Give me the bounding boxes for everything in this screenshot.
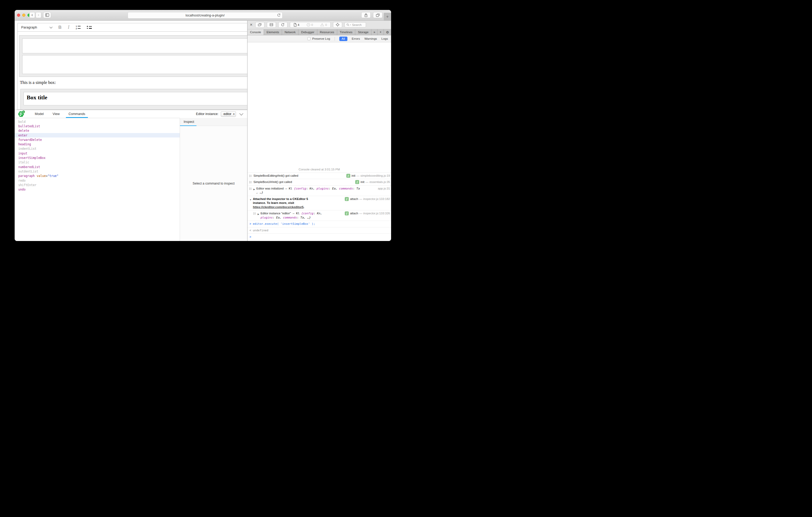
tab-inspect[interactable]: Inspect	[180, 120, 194, 124]
resource-status-group[interactable]: 4 0 0	[290, 22, 331, 28]
tab-console[interactable]: Console	[248, 29, 264, 35]
command-item-redo[interactable]: redo	[14, 178, 180, 183]
bulleted-list-button[interactable]	[87, 26, 92, 29]
tab-timelines[interactable]: Timelines	[337, 29, 355, 35]
editor-content[interactable]: This is a simple box: Box title	[17, 32, 256, 110]
command-item-insertsimplebox[interactable]: insertSimpleBox	[14, 155, 180, 160]
back-icon: ‹	[31, 13, 33, 17]
simple-box-widget[interactable]	[19, 35, 255, 77]
italic-button[interactable]: I	[68, 25, 69, 30]
tab-commands[interactable]: Commands	[64, 110, 90, 118]
address-bar[interactable]: localhost/creating-a-plugin/	[128, 12, 283, 19]
command-item-indentlist[interactable]: indentList	[14, 147, 180, 151]
minimize-window-button[interactable]	[22, 13, 25, 17]
disclosure-closed-icon[interactable]: ▶	[258, 212, 259, 216]
collapse-inspector-icon[interactable]	[239, 112, 243, 116]
resource-count[interactable]: 4	[293, 23, 299, 27]
command-item-heading[interactable]: heading	[14, 142, 180, 146]
tab-storage[interactable]: Storage	[355, 29, 371, 35]
element-picker-button[interactable]	[333, 22, 342, 28]
function-badge: f	[355, 180, 359, 184]
tabs-icon	[376, 13, 380, 17]
command-item-paragraph[interactable]: paragraph value = "true"	[14, 174, 180, 178]
share-button[interactable]	[361, 12, 371, 18]
command-item-shiftenter[interactable]: shiftEnter	[14, 183, 180, 187]
command-item-enter[interactable]: enter	[14, 133, 180, 138]
paragraph-dropdown[interactable]: Paragraph	[21, 25, 52, 29]
forward-icon: ›	[38, 13, 39, 17]
new-tab-button[interactable]: +	[384, 13, 391, 20]
bulleted-list-icon	[87, 26, 92, 29]
command-item-bold[interactable]: bold	[14, 119, 180, 124]
command-item-forwarddelete[interactable]: forwardDelete	[14, 138, 180, 142]
window-controls	[17, 13, 31, 17]
tab-view[interactable]: View	[48, 110, 64, 118]
tab-resources[interactable]: Resources	[317, 29, 337, 35]
function-badge: f	[346, 174, 350, 178]
devtools-search-field[interactable]: ▾ Search	[345, 22, 366, 27]
web-page: Paragraph B I 1 2	[14, 20, 247, 241]
simple-box-description-field[interactable]	[22, 55, 252, 74]
tab-overview-button[interactable]	[373, 12, 382, 18]
commands-list: bold bulletedList delete enter forwardDe…	[14, 118, 180, 241]
console-prompt[interactable]: >	[248, 234, 391, 241]
source-location-link[interactable]: essentials.js:35	[369, 180, 390, 184]
reload-button[interactable]	[277, 13, 281, 17]
command-item-numberedlist[interactable]: numberedList	[14, 165, 180, 169]
sidebar-icon	[45, 13, 49, 17]
tab-elements[interactable]: Elements	[264, 29, 282, 35]
filter-errors-button[interactable]: Errors	[352, 37, 360, 40]
bold-button[interactable]: B	[58, 25, 61, 30]
chevron-down-icon	[50, 25, 52, 28]
error-count[interactable]: 0	[307, 23, 313, 27]
tab-model[interactable]: Model	[30, 110, 48, 118]
filter-all-button[interactable]: All	[339, 37, 347, 41]
close-inspector-button[interactable]: ✕	[250, 23, 253, 27]
source-location-link[interactable]: inspector.js:133:182	[364, 197, 390, 201]
command-item-input[interactable]: input	[14, 151, 180, 155]
filter-warnings-button[interactable]: Warnings	[365, 37, 377, 40]
command-item-delete[interactable]: delete	[14, 129, 180, 133]
disclosure-closed-icon[interactable]: ▶	[254, 187, 255, 191]
command-item-outdentlist[interactable]: outdentList	[14, 169, 180, 174]
editor-paragraph[interactable]: This is a simple box:	[20, 80, 256, 85]
numbered-list-icon: 1 2	[76, 26, 81, 29]
warning-count[interactable]: 0	[320, 23, 327, 26]
ckeditor-docs-link[interactable]: https://ckeditor.com/docs/ckeditor5	[253, 206, 304, 209]
preserve-log-checkbox[interactable]	[308, 37, 311, 40]
dock-side-button[interactable]	[267, 22, 276, 28]
sidebar-button[interactable]	[43, 12, 51, 18]
numbered-list-button[interactable]: 1 2	[76, 26, 81, 29]
preserve-log-control[interactable]: Preserve Log	[308, 37, 330, 40]
filter-logs-button[interactable]: Logs	[381, 37, 388, 40]
console-filter-bar: Preserve Log All Errors Warnings Logs	[248, 35, 391, 42]
simple-box-title-field[interactable]	[22, 38, 252, 53]
editor-instance-controls: Editor instance: editor ▲▼	[196, 110, 244, 118]
close-window-button[interactable]	[17, 13, 20, 17]
console-output[interactable]: Console cleared at 3:01:15 PM SimpleBoxE…	[248, 42, 391, 241]
source-location-link[interactable]: app.js:31	[378, 187, 390, 191]
command-item-bulletedlist[interactable]: bulletedList	[14, 124, 180, 128]
simple-box-widget[interactable]: Box title	[21, 89, 253, 110]
tab-debugger[interactable]: Debugger	[298, 29, 317, 35]
command-item-undo[interactable]: undo	[14, 187, 180, 191]
inspector-header: 5 Model View Commands Editor instance: e…	[14, 110, 247, 118]
forward-button[interactable]: ›	[36, 12, 41, 18]
command-item-italic[interactable]: italic	[14, 160, 180, 165]
document-icon	[293, 23, 297, 27]
disclosure-open-icon[interactable]: ▼	[250, 198, 252, 202]
devtools-settings-button[interactable]: ⚙	[384, 29, 391, 35]
back-button[interactable]: ‹	[29, 12, 35, 18]
detach-inspector-button[interactable]	[255, 22, 264, 28]
add-tab-button[interactable]: +	[377, 29, 384, 35]
source-location-link[interactable]: simpleboxediting.js:19	[360, 174, 390, 178]
tab-overflow-button[interactable]: »	[372, 29, 378, 35]
box-title-text[interactable]: Box title	[27, 94, 250, 101]
simple-box-title-field[interactable]: Box title	[24, 92, 250, 105]
reload-page-button[interactable]	[278, 22, 288, 28]
devtools-toolbar: ✕	[248, 20, 391, 29]
tab-network[interactable]: Network	[282, 29, 298, 35]
editor-instance-select[interactable]: editor ▲▼	[221, 111, 236, 117]
source-location-link[interactable]: inspector.js:133:326	[364, 211, 390, 216]
log-icon	[249, 187, 252, 190]
